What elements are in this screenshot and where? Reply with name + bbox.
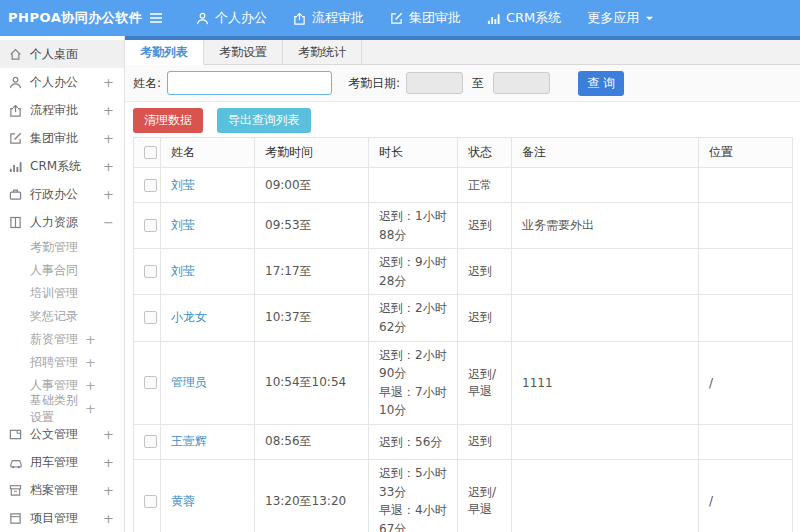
table-header-row: 姓名考勤时间时长状态备注位置 bbox=[134, 138, 793, 168]
employee-name-link[interactable]: 刘莹 bbox=[171, 264, 195, 278]
expand-toggle-icon[interactable]: + bbox=[103, 131, 114, 146]
employee-name-link[interactable]: 黄蓉 bbox=[171, 494, 195, 508]
sidebar-item-project-mgmt[interactable]: 项目管理+ bbox=[0, 504, 124, 532]
employee-name-link[interactable]: 刘莹 bbox=[171, 218, 195, 232]
location-cell: / bbox=[699, 341, 793, 424]
note-cell bbox=[512, 168, 699, 203]
nav-item-group-approval[interactable]: 集团审批 bbox=[390, 9, 461, 27]
employee-name-link[interactable]: 王壹辉 bbox=[171, 434, 207, 448]
row-checkbox[interactable] bbox=[144, 219, 157, 232]
status-cell: 迟到 bbox=[458, 249, 512, 295]
sidebar-item-crm[interactable]: CRM系统+ bbox=[0, 152, 124, 180]
status-cell: 迟到/早退 bbox=[458, 459, 512, 532]
nav-item-workflow-approval[interactable]: 流程审批 bbox=[293, 9, 364, 27]
employee-name-link[interactable]: 小龙女 bbox=[171, 310, 207, 324]
top-navbar: PHPOA协同办公软件 个人办公流程审批集团审批CRM系统更多应用 bbox=[0, 0, 800, 36]
name-input[interactable] bbox=[167, 71, 332, 95]
status-cell: 迟到 bbox=[458, 424, 512, 459]
expand-toggle-icon[interactable]: + bbox=[85, 401, 96, 416]
expand-toggle-icon[interactable]: + bbox=[103, 187, 114, 202]
sidebar-subitem-base-category[interactable]: 基础类别设置+ bbox=[0, 397, 124, 420]
employee-name-link[interactable]: 刘莹 bbox=[171, 178, 195, 192]
expand-toggle-icon[interactable]: + bbox=[85, 355, 96, 370]
sidebar-item-archive-mgmt[interactable]: 档案管理+ bbox=[0, 476, 124, 504]
location-cell bbox=[699, 295, 793, 341]
sidebar-subitem-salary-mgmt[interactable]: 薪资管理+ bbox=[0, 328, 124, 351]
duration-cell: 迟到：9小时28分 bbox=[369, 249, 458, 295]
sidebar-item-hr[interactable]: 人力资源− bbox=[0, 208, 124, 236]
note-cell: 业务需要外出 bbox=[512, 203, 699, 249]
expand-toggle-icon[interactable]: + bbox=[85, 332, 96, 347]
duration-cell: 迟到：56分 bbox=[369, 424, 458, 459]
expand-toggle-icon[interactable]: + bbox=[103, 159, 114, 174]
sidebar-item-group-approval[interactable]: 集团审批+ bbox=[0, 124, 124, 152]
sidebar-item-workflow-approval[interactable]: 流程审批+ bbox=[0, 96, 124, 124]
employee-name-cell: 刘莹 bbox=[161, 203, 255, 249]
tab-attendance-list[interactable]: 考勤列表 bbox=[125, 40, 204, 65]
table-row: 刘莹17:17至迟到：9小时28分迟到 bbox=[134, 249, 793, 295]
car-icon bbox=[9, 456, 24, 469]
search-button[interactable]: 查 询 bbox=[578, 71, 624, 96]
tab-attendance-stats[interactable]: 考勤统计 bbox=[283, 40, 362, 64]
expand-toggle-icon[interactable]: + bbox=[103, 455, 114, 470]
expand-toggle-icon[interactable]: + bbox=[103, 75, 114, 90]
sidebar-item-vehicle-mgmt[interactable]: 用车管理+ bbox=[0, 448, 124, 476]
table-row: 刘莹09:53至迟到：1小时88分迟到业务需要外出 bbox=[134, 203, 793, 249]
row-checkbox[interactable] bbox=[144, 376, 157, 389]
tab-bar: 考勤列表 考勤设置 考勤统计 bbox=[125, 40, 800, 65]
employee-name-link[interactable]: 管理员 bbox=[171, 375, 207, 389]
date-to-input[interactable] bbox=[493, 72, 550, 94]
sidebar-subitem-attendance-mgmt[interactable]: 考勤管理 bbox=[0, 236, 124, 259]
row-checkbox[interactable] bbox=[144, 179, 157, 192]
table-row: 刘莹09:00至正常 bbox=[134, 168, 793, 203]
row-checkbox[interactable] bbox=[144, 311, 157, 324]
chart-icon bbox=[9, 160, 24, 173]
expand-toggle-icon[interactable]: + bbox=[103, 427, 114, 442]
sidebar-item-label: 流程审批 bbox=[30, 102, 103, 119]
nav-item-crm[interactable]: CRM系统 bbox=[487, 9, 561, 27]
sidebar-item-personal-desktop[interactable]: 个人桌面 bbox=[0, 40, 124, 68]
date-from-input[interactable] bbox=[406, 72, 463, 94]
expand-toggle-icon[interactable]: + bbox=[103, 483, 114, 498]
clean-data-button[interactable]: 清理数据 bbox=[133, 108, 203, 133]
tab-attendance-settings[interactable]: 考勤设置 bbox=[204, 40, 283, 64]
attendance-table: 姓名考勤时间时长状态备注位置刘莹09:00至正常刘莹09:53至迟到：1小时88… bbox=[133, 137, 793, 532]
app-logo[interactable]: PHPOA协同办公软件 bbox=[0, 9, 148, 27]
top-nav-menu: 个人办公流程审批集团审批CRM系统更多应用 bbox=[196, 9, 654, 27]
project-icon bbox=[9, 512, 24, 525]
hamburger-icon[interactable] bbox=[148, 11, 172, 25]
attendance-time-cell: 09:00至 bbox=[255, 168, 369, 203]
expand-toggle-icon[interactable]: − bbox=[103, 215, 114, 230]
row-checkbox[interactable] bbox=[144, 435, 157, 448]
column-header-3: 状态 bbox=[458, 138, 512, 168]
sidebar-item-personal-office[interactable]: 个人办公+ bbox=[0, 68, 124, 96]
nav-item-more-apps[interactable]: 更多应用 bbox=[587, 9, 654, 27]
sidebar-item-admin-office[interactable]: 行政办公+ bbox=[0, 180, 124, 208]
filter-bar: 姓名: 考勤日期: 至 查 询 bbox=[125, 65, 800, 102]
sidebar-subitem-reward-punish[interactable]: 奖惩记录 bbox=[0, 305, 124, 328]
column-header-2: 时长 bbox=[369, 138, 458, 168]
expand-toggle-icon[interactable]: + bbox=[85, 378, 96, 393]
expand-toggle-icon[interactable]: + bbox=[103, 103, 114, 118]
sidebar-subitem-label: 基础类别设置 bbox=[30, 392, 85, 426]
date-label: 考勤日期: bbox=[348, 75, 400, 92]
export-list-button[interactable]: 导出查询列表 bbox=[217, 108, 311, 133]
sidebar-subitem-hr-contract[interactable]: 人事合同 bbox=[0, 259, 124, 282]
expand-toggle-icon[interactable]: + bbox=[103, 511, 114, 526]
nav-item-personal-office[interactable]: 个人办公 bbox=[196, 9, 267, 27]
duration-cell: 迟到：2小时90分 早退：7小时10分 bbox=[369, 341, 458, 424]
sidebar-item-label: 档案管理 bbox=[30, 482, 103, 499]
select-all-checkbox[interactable] bbox=[144, 146, 157, 159]
sidebar: 个人桌面个人办公+流程审批+集团审批+CRM系统+行政办公+人力资源−考勤管理人… bbox=[0, 36, 125, 532]
attendance-time-cell: 13:20至13:20 bbox=[255, 459, 369, 532]
sidebar-subitem-label: 考勤管理 bbox=[30, 239, 78, 256]
person-icon bbox=[9, 76, 24, 89]
location-cell bbox=[699, 203, 793, 249]
row-checkbox[interactable] bbox=[144, 495, 157, 508]
row-checkbox[interactable] bbox=[144, 265, 157, 278]
action-bar: 清理数据 导出查询列表 bbox=[125, 102, 800, 137]
note-cell bbox=[512, 424, 699, 459]
sidebar-subitem-recruit-mgmt[interactable]: 招聘管理+ bbox=[0, 351, 124, 374]
attendance-time-cell: 09:53至 bbox=[255, 203, 369, 249]
sidebar-subitem-training-mgmt[interactable]: 培训管理 bbox=[0, 282, 124, 305]
